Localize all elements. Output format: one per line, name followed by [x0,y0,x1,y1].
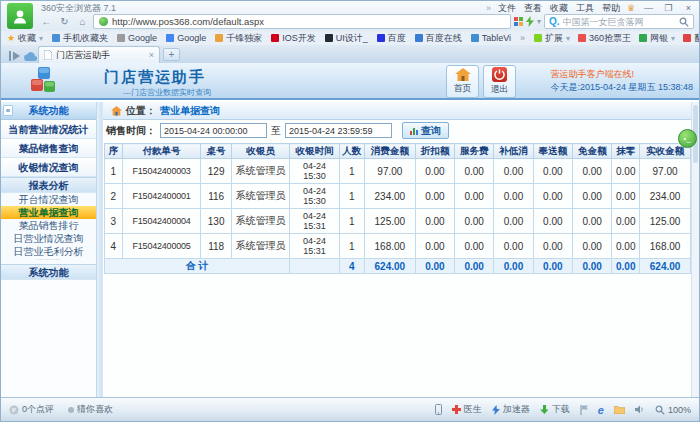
cell: 168.00 [640,234,691,259]
bookmarks-bar: ★收藏▾手机收藏夹GoogleGoogle千锋独家IOS开发UI设计_百度百度在… [1,31,699,45]
page-doctor[interactable]: 医生 [452,403,482,416]
bookmark-5[interactable]: IOS开发 [271,32,316,45]
tab-active[interactable]: 门店营运助手 × [38,46,160,63]
customer-service-float-button[interactable]: •‿ [678,129,697,148]
reviews-status[interactable]: 0个点评 [9,403,54,416]
chevron-down-icon[interactable]: ▾ [537,17,541,26]
bookmark-favicon [271,34,279,42]
sidebar-item-3[interactable]: 报表分析 [1,177,96,193]
app-home-button[interactable]: 首页 [446,65,479,98]
sidebar-item-6[interactable]: 菜品销售排行 [1,219,96,232]
extensions-icon[interactable] [514,17,523,26]
search-box[interactable]: Q. [544,14,694,29]
menu-item-4[interactable]: 帮助 [602,2,620,15]
date-to-input[interactable] [285,123,392,138]
new-tab-button[interactable]: + [163,48,180,61]
menu-overflow-icon[interactable]: » [486,3,491,13]
guess-you-like[interactable]: 猜你喜欢 [68,403,113,416]
address-bar[interactable]: http://www.pos368.com/default.aspx [93,14,511,29]
bookmark-7[interactable]: 百度 [377,32,406,45]
column-header-8: 服务费 [455,144,494,159]
search-icon[interactable] [679,17,689,27]
toolbar-tool-0[interactable]: 扩展▾ [534,32,570,45]
sidebar-item-5[interactable]: 营业单据查询 [1,206,96,219]
phone-icon[interactable] [435,404,442,415]
speaker-icon[interactable] [635,405,645,414]
sidebar-item-10[interactable]: 系统功能 [1,264,96,280]
download-manager[interactable]: 下载 [540,403,570,416]
cloud-sync-icon[interactable] [22,47,38,61]
cell: 234.00 [640,184,691,209]
bookmark-4[interactable]: 千锋独家 [215,32,262,45]
ie-mode-icon[interactable]: e [598,405,604,415]
query-button[interactable]: 查询 [402,122,449,139]
medical-cross-icon [452,405,461,414]
toolbar-tool-1[interactable]: 360抢票王 [578,32,631,45]
search-input[interactable] [563,17,676,27]
column-header-12: 抹零 [612,144,640,159]
cell: 0.00 [415,234,454,259]
flag-icon[interactable] [580,405,588,415]
refresh-button[interactable]: ↻ [57,15,72,29]
home-button[interactable]: ⌂ [75,15,90,29]
user-avatar[interactable] [7,3,33,29]
cell: 0.00 [415,209,454,234]
menu-item-3[interactable]: 工具 [576,2,594,15]
cell: 0.00 [494,234,533,259]
bookmark-favicon [52,34,60,42]
bookmark-label: 扩展 [545,32,563,45]
table-row-2: 3F15042400004130系统管理员04-24 15:311125.000… [105,209,691,234]
bookmark-2[interactable]: Google [117,33,157,43]
sidebar-item-0[interactable]: 当前营业情况统计 [1,120,96,139]
sidebar-item-1[interactable]: 菜品销售查询 [1,139,96,158]
app-logout-button[interactable]: 退出 [483,65,516,98]
cell: 0.00 [612,159,640,184]
bookmark-favicon [683,34,691,42]
lightning-icon[interactable] [526,16,534,27]
menu-item-2[interactable]: 收藏 [550,2,568,15]
folder-icon[interactable] [614,405,625,414]
cell: F15042400001 [122,184,201,209]
cell: 04-24 15:30 [290,184,339,209]
accelerator-icon [492,405,500,415]
close-button[interactable]: × [682,3,695,14]
toolbar-tool-2[interactable]: 网银▾ [639,32,675,45]
cell: 0.00 [455,209,494,234]
bookmark-3[interactable]: Google [166,33,206,43]
bookmark-1[interactable]: 手机收藏夹 [52,32,108,45]
accelerator[interactable]: 加速器 [492,403,530,416]
column-header-4: 收银时间 [290,144,339,159]
vip-crown-icon[interactable]: ♛ [627,3,635,13]
bookmark-6[interactable]: UI设计_ [325,32,368,45]
cell [290,259,339,274]
toolbar-tool-3[interactable]: 翻译▾ [683,32,700,45]
app-logo-cubes-icon [31,67,56,95]
sidebar-item-4[interactable]: 开台情况查询 [1,193,96,206]
sidebar-collapse-icon[interactable]: « [3,105,13,116]
reviews-label: 0个点评 [22,403,54,416]
cell: 系统管理员 [231,209,289,234]
column-header-3: 收银员 [231,144,289,159]
bookmark-9[interactable]: TableVi [471,33,511,43]
bookmark-0[interactable]: ★收藏▾ [7,32,43,45]
tab-close-icon[interactable]: × [149,50,154,60]
menu-item-1[interactable]: 查看 [524,2,542,15]
restore-button[interactable]: ❐ [662,3,675,14]
web-page: 门店营运助手 ---门店营业数据实时查询 首页 退出 营 [1,63,699,399]
back-button[interactable]: ← [39,15,54,29]
sidebar-item-2[interactable]: 收银情况查询 [1,158,96,177]
minimize-button[interactable]: — [642,3,655,14]
cell: 0.00 [572,209,611,234]
bookmark-favicon [534,34,542,42]
session-restore-icon[interactable] [6,47,22,61]
date-from-input[interactable] [160,123,267,138]
menu-item-0[interactable]: 文件 [498,2,516,15]
bookmark-favicon [325,34,333,42]
zoom-control[interactable]: 100% [655,405,691,415]
sidebar-item-7[interactable]: 日营业情况查询 [1,232,96,245]
bookmarks-overflow-icon[interactable]: » [520,33,525,43]
chart-bars-icon [410,127,418,135]
location-home-icon [111,106,122,116]
site-favicon [99,17,108,26]
bookmark-8[interactable]: 百度在线 [415,32,462,45]
